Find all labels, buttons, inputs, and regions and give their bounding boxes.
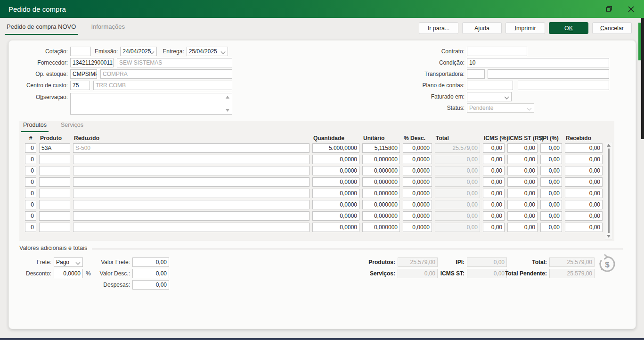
cotacao-field[interactable] (70, 47, 91, 56)
unit-price-field[interactable]: 0,000000 (362, 200, 400, 209)
despesas-field[interactable]: 0,00 (132, 280, 169, 290)
discount-percent-field[interactable]: 0,0000 (403, 189, 432, 198)
product-description-field[interactable] (73, 177, 310, 187)
frete-select[interactable]: Pago (54, 257, 83, 267)
transportadora-code-field[interactable] (467, 69, 485, 79)
icms-st-field[interactable]: 0,00 (507, 223, 538, 232)
product-code-field[interactable] (39, 200, 70, 209)
tab-pedido-de-compra-novo[interactable]: Pedido de compra NOVO (5, 23, 78, 35)
cancelar-button[interactable]: Cancelar (592, 22, 632, 34)
ipi-percent-field[interactable]: 0,00 (540, 143, 562, 153)
ipi-percent-field[interactable]: 0,00 (540, 177, 562, 187)
plano-contas-name-field[interactable] (518, 81, 609, 90)
discount-percent-field[interactable]: 0,0000 (403, 143, 432, 153)
icms-st-field[interactable]: 0,00 (507, 211, 538, 221)
icms-percent-field[interactable]: 0,00 (483, 155, 505, 164)
received-field[interactable]: 0,00 (565, 177, 603, 187)
discount-percent-field[interactable]: 0,0000 (403, 211, 432, 221)
unit-price-field[interactable]: 5,115800 (362, 143, 400, 153)
unit-price-field[interactable]: 0,000000 (362, 211, 400, 221)
received-field[interactable]: 0,00 (565, 211, 603, 221)
observacao-textarea[interactable] (70, 93, 232, 115)
quantity-field[interactable]: 0,0000 (312, 155, 359, 164)
icms-st-field[interactable]: 0,00 (507, 143, 538, 153)
row-number-field[interactable]: 0 (25, 155, 36, 164)
fornecedor-code-field[interactable]: 13421129000115 (70, 58, 114, 67)
unit-price-field[interactable]: 0,000000 (362, 155, 400, 164)
tab-servicos[interactable]: Serviços (59, 122, 85, 132)
product-description-field[interactable] (73, 155, 310, 164)
recalculate-totals-icon[interactable]: $ (597, 254, 618, 274)
valor-frete-field[interactable]: 0,00 (132, 257, 169, 267)
scroll-up-icon[interactable] (226, 96, 229, 99)
row-number-field[interactable]: 0 (25, 189, 36, 198)
ir-para-button[interactable]: Ir para... (419, 22, 458, 34)
quantity-field[interactable]: 0,0000 (312, 223, 359, 232)
icms-percent-field[interactable]: 0,00 (483, 166, 505, 175)
faturado-em-select[interactable] (467, 92, 512, 101)
unit-price-field[interactable]: 0,000000 (362, 189, 400, 198)
quantity-field[interactable]: 0,0000 (312, 189, 359, 198)
ok-button[interactable]: OK (549, 22, 588, 34)
tab-produtos[interactable]: Produtos (21, 122, 49, 132)
icms-st-field[interactable]: 0,00 (507, 177, 538, 187)
fornecedor-name-field[interactable]: SEW SISTEMAS (117, 58, 232, 67)
icms-st-field[interactable]: 0,00 (507, 200, 538, 209)
ipi-percent-field[interactable]: 0,00 (540, 223, 562, 232)
product-code-field[interactable] (39, 211, 70, 221)
quantity-field[interactable]: 5.000,0000 (312, 143, 359, 153)
unit-price-field[interactable]: 0,000000 (362, 223, 400, 232)
discount-percent-field[interactable]: 0,0000 (403, 155, 432, 164)
desconto-field[interactable]: 0,0000 (54, 269, 83, 278)
product-description-field[interactable] (73, 189, 310, 198)
ipi-percent-field[interactable]: 0,00 (540, 200, 562, 209)
op-estoque-name-field[interactable]: COMPRA (100, 69, 232, 79)
discount-percent-field[interactable]: 0,0000 (403, 200, 432, 209)
quantity-field[interactable]: 0,0000 (312, 200, 359, 209)
emissao-date-select[interactable]: 24/04/2025 (120, 47, 157, 56)
received-field[interactable]: 0,00 (565, 155, 603, 164)
received-field[interactable]: 0,00 (565, 200, 603, 209)
icms-percent-field[interactable]: 0,00 (483, 143, 505, 153)
product-code-field[interactable] (39, 223, 70, 232)
scrollbar-thumb[interactable] (608, 149, 610, 233)
row-number-field[interactable]: 0 (25, 177, 36, 187)
ipi-percent-field[interactable]: 0,00 (540, 189, 562, 198)
discount-percent-field[interactable]: 0,0000 (403, 177, 432, 187)
row-number-field[interactable]: 0 (25, 166, 36, 175)
close-window-button[interactable] (627, 5, 635, 13)
icms-st-field[interactable]: 0,00 (507, 166, 538, 175)
product-description-field[interactable] (73, 200, 310, 209)
quantity-field[interactable]: 0,0000 (312, 166, 359, 175)
product-description-field[interactable] (73, 166, 310, 175)
product-code-field[interactable]: 53A (39, 143, 70, 153)
unit-price-field[interactable]: 0,000000 (362, 166, 400, 175)
scroll-down-icon[interactable] (226, 109, 229, 112)
product-code-field[interactable] (39, 189, 70, 198)
ipi-percent-field[interactable]: 0,00 (540, 166, 562, 175)
transportadora-name-field[interactable] (488, 69, 609, 79)
quantity-field[interactable]: 0,0000 (312, 211, 359, 221)
icms-percent-field[interactable]: 0,00 (483, 177, 505, 187)
row-number-field[interactable]: 0 (25, 211, 36, 221)
discount-percent-field[interactable]: 0,0000 (403, 166, 432, 175)
received-field[interactable]: 0,00 (565, 166, 603, 175)
ajuda-button[interactable]: Ajuda (462, 22, 502, 34)
op-estoque-code-field[interactable]: CMPSIMP (70, 69, 97, 79)
row-number-field[interactable]: 0 (25, 200, 36, 209)
row-number-field[interactable]: 0 (25, 223, 36, 232)
icms-st-field[interactable]: 0,00 (507, 155, 538, 164)
plano-contas-code-field[interactable] (467, 81, 513, 90)
quantity-field[interactable]: 0,0000 (312, 177, 359, 187)
entrega-date-select[interactable]: 25/04/2025 (187, 47, 228, 56)
product-description-field[interactable] (73, 211, 310, 221)
scroll-up-icon[interactable] (607, 144, 611, 147)
scroll-down-icon[interactable] (607, 235, 611, 238)
icms-percent-field[interactable]: 0,00 (483, 200, 505, 209)
restore-window-button[interactable] (605, 5, 613, 13)
icms-percent-field[interactable]: 0,00 (483, 211, 505, 221)
row-number-field[interactable]: 0 (25, 143, 36, 153)
contrato-field[interactable] (467, 47, 527, 56)
icms-percent-field[interactable]: 0,00 (483, 189, 505, 198)
condicao-field[interactable]: 10 (467, 58, 609, 67)
